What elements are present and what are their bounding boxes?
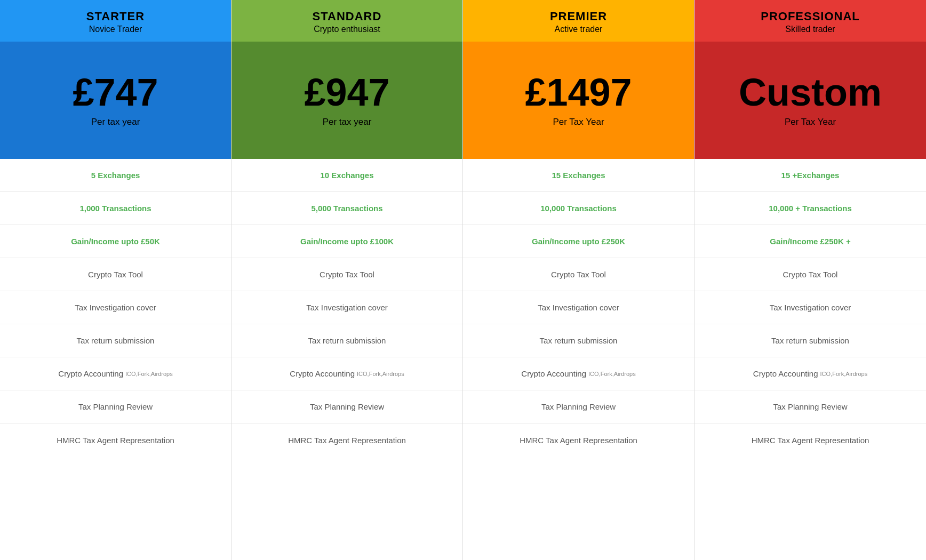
plan-standard-feature-4: Tax Investigation cover: [232, 291, 462, 324]
plan-starter-feature-6: Crypto AccountingICO,Fork,Airdrops: [0, 357, 231, 390]
plan-standard-feature-text-1: 5,000 Transactions: [311, 204, 382, 213]
plan-professional-feature-text-4: Tax Investigation cover: [770, 303, 851, 312]
plan-starter-features: 5 Exchanges1,000 TransactionsGain/Income…: [0, 159, 231, 560]
plan-premier-header-price: £1497Per Tax Year: [463, 42, 694, 159]
plan-standard-feature-8: HMRC Tax Agent Representation: [232, 423, 462, 457]
plan-starter-feature-text-2: Gain/Income upto £50K: [71, 237, 160, 246]
plan-standard-price-period: Per tax year: [323, 117, 372, 127]
plan-professional-feature-text-3: Crypto Tax Tool: [783, 270, 838, 279]
plan-standard-subtitle: Crypto enthusiast: [237, 25, 457, 34]
plan-premier-subtitle: Active trader: [468, 25, 689, 34]
plan-premier-price-period: Per Tax Year: [553, 117, 604, 127]
plan-starter-feature-text-7: Tax Planning Review: [78, 402, 153, 411]
plan-standard-feature-text-4: Tax Investigation cover: [306, 303, 388, 312]
plan-premier-feature-3: Crypto Tax Tool: [463, 258, 694, 291]
plan-standard-header-price: £947Per tax year: [232, 42, 462, 159]
plan-premier-feature-text-5: Tax return submission: [540, 336, 618, 345]
plan-standard-feature-text-6: Crypto Accounting: [290, 369, 355, 378]
plan-standard-feature-text-5: Tax return submission: [308, 336, 386, 345]
plan-professional-name: PROFESSIONAL: [700, 10, 921, 23]
plan-professional-feature-6: Crypto AccountingICO,Fork,Airdrops: [695, 357, 926, 390]
plan-premier-feature-text-6: Crypto Accounting: [521, 369, 586, 378]
plan-starter-feature-4: Tax Investigation cover: [0, 291, 231, 324]
plan-starter-subtitle: Novice Trader: [5, 25, 226, 34]
plan-standard-features: 10 Exchanges5,000 TransactionsGain/Incom…: [232, 159, 462, 560]
plan-starter-header-top: STARTERNovice Trader: [0, 0, 231, 42]
plan-professional-price-period: Per Tax Year: [785, 117, 836, 127]
plan-premier-feature-4: Tax Investigation cover: [463, 291, 694, 324]
plan-professional-feature-bold-0: Exchanges: [797, 171, 839, 180]
plan-professional-feature-5: Tax return submission: [695, 324, 926, 357]
plan-standard-feature-text-3: Crypto Tax Tool: [320, 270, 374, 279]
plan-premier-feature-7: Tax Planning Review: [463, 390, 694, 423]
plan-standard-feature-2: Gain/Income upto £100K: [232, 225, 462, 258]
plan-starter-header-price: £747Per tax year: [0, 42, 231, 159]
plan-starter-feature-text-5: Tax return submission: [77, 336, 155, 345]
plan-professional-feature-4: Tax Investigation cover: [695, 291, 926, 324]
plan-professional-header-top: PROFESSIONALSkilled trader: [695, 0, 926, 42]
plan-professional-feature-text-7: Tax Planning Review: [773, 402, 847, 411]
plan-professional-feature-text-8: HMRC Tax Agent Representation: [752, 436, 869, 445]
plan-starter-feature-text-6: Crypto Accounting: [58, 369, 123, 378]
plan-standard-name: STANDARD: [237, 10, 457, 23]
plan-starter-feature-0: 5 Exchanges: [0, 159, 231, 192]
plan-professional-header-price: CustomPer Tax Year: [695, 42, 926, 159]
plan-starter-feature-text-8: HMRC Tax Agent Representation: [57, 436, 174, 445]
plan-standard-header-top: STANDARDCrypto enthusiast: [232, 0, 462, 42]
plan-premier-feature-text-4: Tax Investigation cover: [538, 303, 619, 312]
plan-professional-feature-text-6: Crypto Accounting: [753, 369, 818, 378]
plan-starter-feature-text-4: Tax Investigation cover: [75, 303, 156, 312]
plan-standard-feature-1: 5,000 Transactions: [232, 192, 462, 225]
plan-professional-feature-2: Gain/Income £250K +: [695, 225, 926, 258]
plan-starter-feature-text-1: 1,000 Transactions: [79, 204, 151, 213]
plan-standard-feature-text-2: Gain/Income upto £100K: [300, 237, 394, 246]
plan-standard-feature-6: Crypto AccountingICO,Fork,Airdrops: [232, 357, 462, 390]
plan-standard-feature-text-0: 10 Exchanges: [320, 171, 373, 180]
plan-starter-feature-text-0: 5 Exchanges: [91, 171, 140, 180]
plan-standard: STANDARDCrypto enthusiast£947Per tax yea…: [232, 0, 463, 560]
plan-professional-price: Custom: [739, 73, 882, 111]
plan-premier-feature-text-1: 10,000 Transactions: [540, 204, 617, 213]
plan-standard-feature-text-8: HMRC Tax Agent Representation: [288, 436, 406, 445]
plan-professional-feature-8: HMRC Tax Agent Representation: [695, 423, 926, 457]
plan-premier-header-top: PREMIERActive trader: [463, 0, 694, 42]
plan-professional-feature-0: 15 + Exchanges: [695, 159, 926, 192]
plan-professional-feature-7: Tax Planning Review: [695, 390, 926, 423]
plan-starter-feature-5: Tax return submission: [0, 324, 231, 357]
plan-starter-name: STARTER: [5, 10, 226, 23]
plan-starter-feature-suffix-6: ICO,Fork,Airdrops: [125, 371, 173, 377]
plan-premier-feature-6: Crypto AccountingICO,Fork,Airdrops: [463, 357, 694, 390]
plan-starter-price: £747: [73, 73, 158, 111]
plan-premier: PREMIERActive trader£1497Per Tax Year15 …: [463, 0, 695, 560]
plan-professional-feature-text-5: Tax return submission: [771, 336, 849, 345]
plan-premier-feature-text-8: HMRC Tax Agent Representation: [520, 436, 637, 445]
plan-standard-feature-0: 10 Exchanges: [232, 159, 462, 192]
plan-standard-feature-suffix-6: ICO,Fork,Airdrops: [357, 371, 404, 377]
plan-premier-feature-text-2: Gain/Income upto £250K: [532, 237, 625, 246]
plan-professional-feature-text-1: 10,000 + Transactions: [769, 204, 852, 213]
plan-starter-feature-3: Crypto Tax Tool: [0, 258, 231, 291]
plan-standard-price: £947: [304, 73, 389, 111]
plan-premier-feature-text-0: 15 Exchanges: [552, 171, 605, 180]
plan-standard-feature-7: Tax Planning Review: [232, 390, 462, 423]
plan-professional-subtitle: Skilled trader: [700, 25, 921, 34]
pricing-grid: STARTERNovice Trader£747Per tax year5 Ex…: [0, 0, 926, 560]
plan-standard-feature-text-7: Tax Planning Review: [310, 402, 384, 411]
plan-premier-features: 15 Exchanges10,000 TransactionsGain/Inco…: [463, 159, 694, 560]
plan-premier-feature-2: Gain/Income upto £250K: [463, 225, 694, 258]
plan-professional: PROFESSIONALSkilled traderCustomPer Tax …: [695, 0, 926, 560]
plan-premier-feature-5: Tax return submission: [463, 324, 694, 357]
plan-premier-name: PREMIER: [468, 10, 689, 23]
plan-starter-feature-8: HMRC Tax Agent Representation: [0, 423, 231, 457]
plan-starter-feature-2: Gain/Income upto £50K: [0, 225, 231, 258]
plan-premier-feature-1: 10,000 Transactions: [463, 192, 694, 225]
plan-premier-feature-suffix-6: ICO,Fork,Airdrops: [588, 371, 636, 377]
plan-premier-feature-text-7: Tax Planning Review: [541, 402, 616, 411]
plan-starter-feature-7: Tax Planning Review: [0, 390, 231, 423]
plan-professional-feature-1: 10,000 + Transactions: [695, 192, 926, 225]
plan-professional-feature-text-2: Gain/Income £250K +: [770, 237, 850, 246]
plan-professional-feature-text-0: 15 +: [781, 171, 797, 180]
plan-standard-feature-3: Crypto Tax Tool: [232, 258, 462, 291]
plan-premier-feature-8: HMRC Tax Agent Representation: [463, 423, 694, 457]
plan-premier-feature-text-3: Crypto Tax Tool: [551, 270, 606, 279]
